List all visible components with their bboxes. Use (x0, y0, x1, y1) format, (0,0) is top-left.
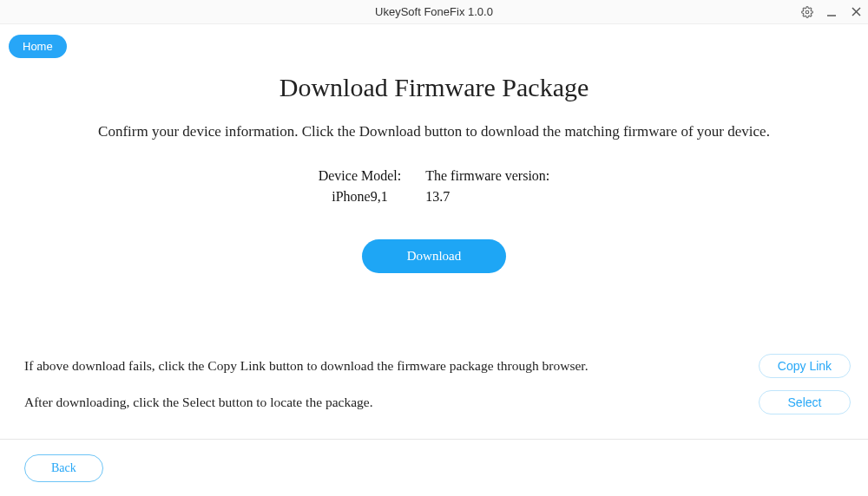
titlebar: UkeySoft FoneFix 1.0.0 (0, 0, 868, 24)
device-model-value: iPhone9,1 (319, 189, 402, 205)
svg-point-0 (806, 10, 809, 14)
select-help-text: After downloading, click the Select butt… (24, 395, 373, 410)
firmware-version-value: 13.7 (425, 189, 549, 205)
footer: Back (0, 439, 868, 496)
minimize-icon[interactable] (825, 5, 838, 19)
window-title: UkeySoft FoneFix 1.0.0 (375, 5, 493, 18)
close-icon[interactable] (849, 5, 863, 19)
select-button[interactable]: Select (759, 390, 851, 414)
home-button[interactable]: Home (9, 35, 67, 58)
page-title: Download Firmware Package (0, 73, 868, 102)
page-subtitle: Confirm your device information. Click t… (0, 123, 868, 140)
device-info: Device Model: iPhone9,1 The firmware ver… (0, 168, 868, 205)
settings-icon[interactable] (800, 5, 814, 19)
fallback-section: If above download fails, click the Copy … (24, 354, 851, 427)
device-model-label: Device Model: (319, 168, 402, 184)
copy-link-button[interactable]: Copy Link (759, 354, 851, 378)
firmware-version-label: The firmware version: (425, 168, 549, 184)
copy-link-help-text: If above download fails, click the Copy … (24, 358, 589, 374)
back-button[interactable]: Back (24, 454, 103, 482)
window-controls (800, 5, 863, 19)
main-content: Download Firmware Package Confirm your d… (0, 24, 868, 273)
download-button[interactable]: Download (362, 239, 507, 273)
